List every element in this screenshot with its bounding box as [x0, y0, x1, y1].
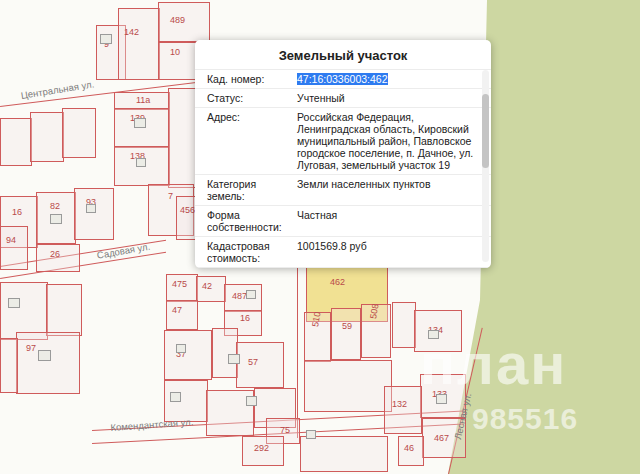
parcel-label: 97	[26, 344, 36, 353]
popup-field-row: Категория земель:Земли населенных пункто…	[195, 174, 491, 205]
popup-scrollbar[interactable]	[482, 70, 489, 262]
popup-title: Земельный участок	[195, 40, 491, 69]
parcel-132[interactable]	[384, 386, 422, 434]
parcel[interactable]	[46, 284, 82, 336]
parcel[interactable]	[300, 436, 388, 472]
building	[8, 298, 20, 308]
field-label: Категория земель:	[207, 178, 293, 202]
parcel[interactable]	[212, 328, 238, 378]
parcel-label: 16	[12, 208, 22, 217]
parcel-label: 59	[342, 322, 352, 331]
boundary-line	[297, 268, 298, 438]
parcel[interactable]	[304, 360, 392, 412]
popup-field-row: Форма собственности:Частная	[195, 205, 491, 236]
parcel-97[interactable]	[16, 332, 80, 394]
building	[86, 204, 96, 213]
parcel-47[interactable]	[166, 300, 198, 330]
field-value: 1001569.8 руб	[293, 240, 475, 264]
building	[136, 158, 146, 167]
parcel-label: 11а	[136, 96, 150, 105]
parcel-label: 292	[254, 444, 269, 453]
parcel-93[interactable]	[74, 188, 114, 240]
parcel-142[interactable]	[118, 8, 160, 80]
parcel-label: 47	[172, 306, 182, 315]
building	[38, 350, 51, 361]
scrollbar-thumb[interactable]	[482, 94, 489, 168]
field-label: Статус:	[207, 92, 293, 104]
parcel-label: 75	[280, 426, 290, 435]
parcel-label: 82	[50, 202, 60, 211]
parcel[interactable]	[0, 118, 32, 166]
street-label: Центральная ул.	[20, 78, 95, 100]
parcel[interactable]	[62, 108, 96, 158]
field-label: Кад. номер:	[207, 73, 293, 85]
parcel-label: 94	[6, 236, 16, 245]
parcel-57[interactable]	[236, 342, 284, 388]
parcel-label: 10	[170, 48, 180, 57]
parcel-label: 16	[240, 314, 250, 323]
parcel-label: 132	[392, 400, 407, 409]
parcel-37[interactable]	[164, 330, 212, 380]
building	[436, 394, 447, 404]
parcel-label: 489	[170, 16, 185, 25]
building	[228, 354, 240, 364]
building	[134, 118, 146, 128]
popup-field-row: Кадастровая стоимость:1001569.8 руб	[195, 236, 491, 267]
building	[246, 396, 257, 406]
field-value: Учтенный	[293, 92, 475, 104]
parcel[interactable]	[392, 302, 416, 348]
parcel-label: 487	[232, 292, 247, 301]
parcel-label: 467	[434, 434, 449, 443]
building	[428, 330, 439, 339]
field-label: Кадастровая стоимость:	[207, 240, 293, 264]
selected-cadastral-number[interactable]: 47:16:0336003:462	[297, 73, 388, 85]
field-value: Частная	[293, 209, 475, 233]
building	[176, 344, 186, 353]
popup-field-row: Статус:Учтенный	[195, 88, 491, 107]
parcel-label: 42	[202, 282, 212, 291]
parcel-info-popup: Земельный участок Кад. номер:47:16:03360…	[195, 40, 491, 268]
popup-rows: Кад. номер:47:16:0336003:462Статус:Учтен…	[195, 69, 491, 268]
parcel-59[interactable]	[331, 308, 361, 360]
parcel-label: 462	[330, 278, 345, 287]
parcel-label: 26	[50, 250, 60, 259]
building	[100, 34, 112, 44]
parcel-label: 142	[124, 28, 139, 37]
parcel-label: 46	[404, 444, 414, 453]
parcel[interactable]	[30, 112, 64, 162]
field-label: Адрес:	[207, 111, 293, 171]
street-label: Комендантская ул.	[110, 416, 194, 433]
popup-field-row: Кад. номер:47:16:0336003:462	[195, 69, 491, 88]
field-value: Земли населенных пунктов	[293, 178, 475, 202]
field-value: 47:16:0336003:462	[293, 73, 475, 85]
popup-field-row: Адрес:Российская Федерация, Ленинградска…	[195, 107, 491, 174]
parcel-94[interactable]	[0, 226, 28, 270]
building	[306, 430, 316, 439]
popup-field-row: Уточненная1862 кв.м	[195, 267, 491, 268]
field-label: Форма собственности:	[207, 209, 293, 233]
field-value: Российская Федерация, Ленинградская обла…	[293, 111, 475, 171]
cadastral-map-view: 91424891011а1391381682937456942697475424…	[0, 0, 640, 474]
parcel-label: 456	[180, 206, 195, 215]
building	[170, 392, 181, 402]
parcel-label: 7	[168, 192, 173, 201]
building	[246, 290, 256, 299]
parcel-label: 57	[248, 358, 258, 367]
parcel[interactable]	[0, 338, 18, 393]
parcel-label: 475	[172, 280, 187, 289]
building	[50, 214, 62, 224]
